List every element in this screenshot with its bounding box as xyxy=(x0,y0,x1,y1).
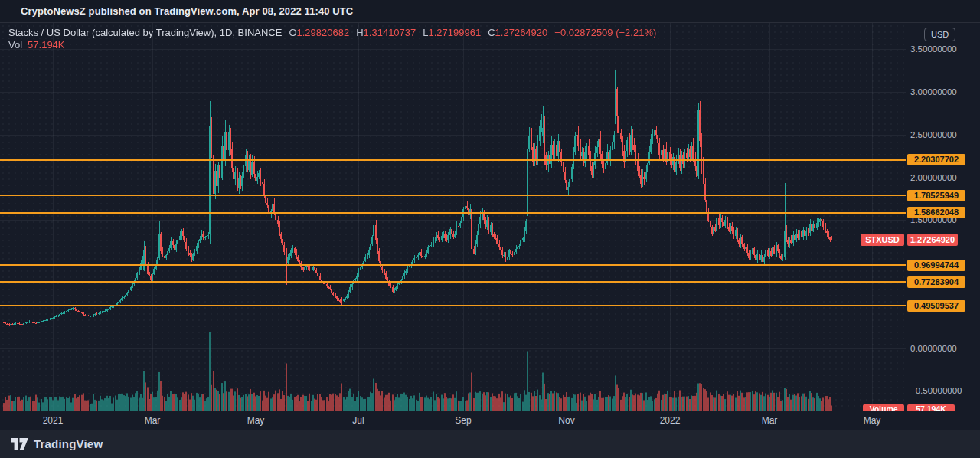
volume-value-flag: 57.194K xyxy=(907,404,955,411)
level-price-label: 0.77283904 xyxy=(907,276,965,288)
volume-indicator-flag: Volume xyxy=(863,404,904,411)
symbol-price-flag: STXUSD xyxy=(861,234,904,246)
time-tick-mar: Mar xyxy=(746,411,792,430)
ohlc-val-C: 1.27264920 xyxy=(495,27,548,38)
time-tick-sep: Sep xyxy=(440,411,486,430)
last-price-flag: 1.27264920 xyxy=(907,234,958,246)
ohlc-val-H: 1.31410737 xyxy=(364,27,416,38)
time-tick-2021: 2021 xyxy=(30,411,76,430)
volume-legend-row: Vol57.194K xyxy=(8,39,656,51)
ohlc-values: O1.29820682H1.31410737L1.27199961C1.2726… xyxy=(282,27,547,38)
level-price-label: 0.49509537 xyxy=(907,300,965,312)
level-price-label: 2.20307702 xyxy=(907,154,965,165)
footer-bar: TradingView xyxy=(0,430,980,458)
level-price-label: 1.78525949 xyxy=(907,190,965,201)
time-tick-2022: 2022 xyxy=(647,411,693,430)
volume-value: 57.194K xyxy=(28,39,64,51)
price-tick: 2.50000000 xyxy=(910,129,957,140)
ohlc-key-C: C xyxy=(488,27,495,38)
brand-name[interactable]: TradingView xyxy=(34,430,103,458)
ohlc-key-H: H xyxy=(356,27,363,38)
ohlc-val-O: 1.29820682 xyxy=(297,27,350,38)
time-tick-may: May xyxy=(849,411,895,430)
price-axis[interactable]: USD 3.500000003.000000002.500000002.0000… xyxy=(906,23,980,430)
chart-area: Stacks / US Dollar (calculated by Tradin… xyxy=(0,23,906,411)
ohlc-key-L: L xyxy=(423,27,428,38)
tradingview-snapshot: CryptoNewsZ published on TradingView.com… xyxy=(0,0,980,458)
time-axis[interactable]: 2021MarMayJulSepNov2022MarMay xyxy=(0,411,980,430)
price-tick: 3.00000000 xyxy=(910,87,957,97)
price-tick: −0.50000000 xyxy=(910,385,962,396)
level-price-label: 0.96994744 xyxy=(907,260,965,271)
publisher-bar: CryptoNewsZ published on TradingView.com… xyxy=(0,0,980,23)
volume-label: Vol xyxy=(8,39,22,51)
price-chart-canvas[interactable] xyxy=(0,23,906,411)
symbol-title: Stacks / US Dollar (calculated by Tradin… xyxy=(8,27,282,38)
time-tick-jul: Jul xyxy=(335,411,381,430)
price-tick: 2.00000000 xyxy=(910,172,957,183)
price-tick: 0.00000000 xyxy=(910,343,957,354)
time-tick-may: May xyxy=(233,411,279,430)
ohlc-key-O: O xyxy=(289,27,296,38)
price-tick: 3.50000000 xyxy=(910,44,957,54)
time-tick-nov: Nov xyxy=(544,411,590,430)
symbol-legend-row: Stacks / US Dollar (calculated by Tradin… xyxy=(8,27,656,39)
change-value: −0.02872509 (−2.21%) xyxy=(554,27,656,38)
publisher-text: CryptoNewsZ published on TradingView.com… xyxy=(21,0,353,23)
tradingview-logo-icon[interactable] xyxy=(11,438,29,450)
chart-legend: Stacks / US Dollar (calculated by Tradin… xyxy=(8,27,656,51)
ohlc-val-L: 1.27199961 xyxy=(429,27,482,38)
level-price-label: 1.58662048 xyxy=(907,207,965,218)
price-axis-labels: USD 3.500000003.000000002.500000002.0000… xyxy=(906,23,980,411)
currency-toggle[interactable]: USD xyxy=(924,28,956,41)
time-tick-mar: Mar xyxy=(129,411,175,430)
